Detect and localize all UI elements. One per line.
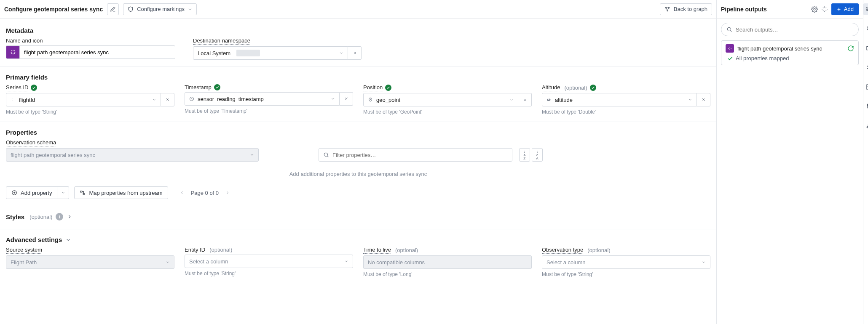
rail-calendar[interactable]	[863, 81, 868, 93]
rail-folder[interactable]	[863, 42, 868, 54]
redacted-chip	[236, 50, 260, 56]
close-icon	[165, 97, 170, 102]
rail-outputs[interactable]	[863, 3, 868, 15]
ttl-label: Time to live	[363, 247, 391, 254]
sort-asc-button[interactable]: ↓AZ	[519, 148, 530, 162]
pager-next[interactable]	[224, 189, 231, 197]
output-status: All properties mapped	[736, 55, 789, 61]
timestamp-hint: Must be of type 'Timestamp'	[185, 108, 353, 114]
map-upstream-label: Map properties from upstream	[89, 190, 162, 196]
add-output-button[interactable]: Add	[831, 3, 859, 15]
edit-title-button[interactable]	[107, 3, 119, 15]
timestamp-label: Timestamp	[185, 84, 212, 90]
series-label: Series ID	[6, 84, 28, 91]
gear-icon[interactable]	[811, 6, 818, 13]
add-property-button[interactable]: Add property	[6, 186, 57, 199]
ttl-hint: Must be of type 'Long'	[363, 271, 532, 277]
series-clear[interactable]	[161, 93, 174, 106]
check-icon	[31, 85, 37, 91]
close-icon	[701, 97, 706, 102]
position-select[interactable]: geo_point	[363, 93, 518, 106]
altitude-select[interactable]: 1.0 altitude	[542, 93, 697, 106]
schema-value: flight path geotemporal series sync	[11, 152, 95, 158]
chevron-down-icon	[65, 237, 71, 243]
entity-optional: (optional)	[209, 247, 232, 253]
search-icon	[726, 27, 732, 32]
filter-properties-input[interactable]	[319, 148, 512, 162]
source-value: Flight Path	[11, 259, 37, 266]
altitude-optional: (optional)	[564, 85, 587, 91]
check-icon	[590, 85, 596, 91]
ttl-optional: (optional)	[395, 247, 418, 253]
add-label: Add	[844, 6, 854, 12]
shield-icon	[128, 6, 134, 12]
pager-text: Page 0 of 0	[191, 190, 219, 196]
chevron-down-icon	[188, 7, 192, 11]
number-icon: 1.0	[547, 97, 552, 102]
outputs-search[interactable]	[721, 23, 859, 36]
chevron-right-icon	[67, 214, 72, 220]
output-card[interactable]: flight path geotemporal series sync All …	[721, 40, 859, 65]
sparkle-icon[interactable]	[821, 6, 828, 13]
config-body: Metadata Name and icon Destination names…	[0, 19, 716, 324]
svg-point-16	[324, 153, 327, 156]
destination-select[interactable]: Local System	[193, 46, 348, 60]
entity-icon[interactable]	[6, 45, 19, 59]
info-icon[interactable]: i	[56, 213, 63, 220]
styles-heading[interactable]: Styles (optional) i	[6, 213, 710, 220]
source-select: Flight Path	[6, 255, 174, 269]
altitude-hint: Must be of type 'Double'	[542, 109, 710, 115]
svg-point-23	[814, 8, 815, 10]
pager: Page 0 of 0	[178, 189, 232, 197]
styles-optional: (optional)	[29, 214, 52, 220]
entity-hint: Must be of type 'String'	[185, 271, 353, 276]
svg-rect-21	[80, 191, 82, 192]
obstype-label: Observation type	[542, 247, 583, 254]
name-label: Name and icon	[6, 37, 43, 44]
timestamp-select[interactable]: sensor_reading_timestamp	[185, 92, 340, 106]
configure-markings-button[interactable]: Configure markings	[123, 3, 197, 15]
rail-search[interactable]	[863, 23, 868, 35]
back-to-graph-button[interactable]: Back to graph	[660, 3, 712, 15]
ttl-placeholder: No compatible columns	[368, 259, 425, 266]
rail-equalizer[interactable]	[863, 100, 868, 112]
rail-wrench[interactable]	[863, 120, 868, 131]
pipeline-title: Pipeline outputs	[721, 6, 808, 13]
position-clear[interactable]	[518, 93, 532, 106]
svg-point-26	[727, 27, 731, 31]
output-title: flight path geotemporal series sync	[737, 45, 844, 52]
destination-clear[interactable]	[348, 46, 362, 60]
output-icon	[726, 44, 734, 53]
position-label: Position	[363, 84, 383, 91]
advanced-heading-row[interactable]: Advanced settings	[6, 236, 710, 243]
obstype-select[interactable]: Select a column	[542, 255, 710, 269]
add-property-menu[interactable]	[57, 186, 69, 199]
sort-desc-button[interactable]: ↓ZA	[532, 148, 543, 162]
altitude-label: Altitude	[542, 84, 560, 91]
pager-prev[interactable]	[178, 189, 186, 197]
close-icon	[344, 96, 349, 101]
source-label: Source system	[6, 247, 42, 254]
graph-icon	[664, 6, 670, 12]
rail-sliders[interactable]	[863, 61, 868, 73]
schema-select: flight path geotemporal series sync	[6, 148, 259, 162]
name-input[interactable]	[19, 45, 175, 59]
series-select[interactable]: flightId	[6, 93, 161, 106]
map-upstream-button[interactable]: Map properties from upstream	[74, 186, 168, 199]
sync-icon	[847, 45, 854, 52]
altitude-value: altitude	[555, 97, 573, 103]
svg-point-2	[667, 10, 668, 11]
timestamp-value: sensor_reading_timestamp	[198, 96, 264, 102]
metadata-heading: Metadata	[6, 27, 710, 34]
svg-point-0	[665, 7, 666, 8]
search-icon	[323, 152, 329, 158]
entity-placeholder: Select a column	[189, 258, 228, 265]
altitude-clear[interactable]	[697, 93, 710, 106]
close-icon	[522, 97, 528, 102]
position-value: geo_point	[376, 97, 400, 103]
clock-icon	[189, 96, 194, 101]
entity-select[interactable]: Select a column	[185, 255, 353, 268]
timestamp-clear[interactable]	[340, 92, 353, 106]
toolbar: Configure geotemporal series sync Config…	[0, 0, 716, 19]
destination-value: Local System	[198, 50, 230, 56]
